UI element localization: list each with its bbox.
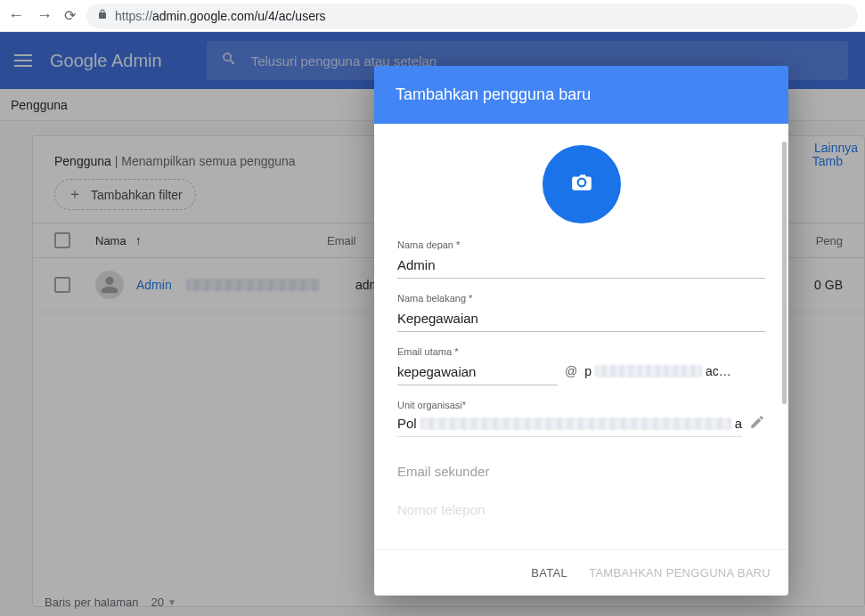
- phone-input[interactable]: [397, 498, 765, 523]
- secondary-email-input[interactable]: [397, 460, 765, 484]
- add-user-dialog: Tambahkan pengguna baru Nama depan * Nam…: [374, 66, 788, 596]
- address-bar[interactable]: https://admin.google.com/u/4/ac/users: [86, 4, 858, 28]
- cancel-button[interactable]: BATAL: [531, 566, 567, 580]
- first-name-input[interactable]: [397, 254, 765, 279]
- first-name-label: Nama depan *: [397, 239, 765, 250]
- org-unit-value: Pol a: [397, 416, 742, 437]
- forward-button[interactable]: →: [36, 6, 53, 25]
- redacted-text: [420, 417, 731, 430]
- edit-org-button[interactable]: [749, 414, 765, 437]
- last-name-input[interactable]: [397, 307, 765, 332]
- back-button[interactable]: ←: [7, 6, 25, 25]
- dialog-title: Tambahkan pengguna baru: [374, 66, 788, 124]
- upload-photo-button[interactable]: [543, 145, 621, 223]
- email-domain-select[interactable]: p ac…: [584, 364, 765, 385]
- lock-icon: [97, 9, 108, 22]
- dialog-footer: BATAL TAMBAHKAN PENGGUNA BARU: [374, 549, 788, 596]
- submit-button[interactable]: TAMBAHKAN PENGGUNA BARU: [589, 566, 771, 580]
- org-unit-label: Unit organisasi*: [397, 400, 765, 410]
- at-symbol: @: [565, 364, 577, 385]
- redacted-text: [595, 365, 702, 377]
- scrollbar[interactable]: [782, 142, 787, 404]
- primary-email-input[interactable]: [397, 361, 558, 385]
- camera-icon: [570, 171, 593, 198]
- reload-button[interactable]: ⟳: [64, 7, 76, 24]
- primary-email-label: Email utama *: [397, 346, 765, 357]
- browser-toolbar: ← → ⟳ https://admin.google.com/u/4/ac/us…: [0, 0, 865, 32]
- url-text: https://admin.google.com/u/4/ac/users: [115, 9, 326, 23]
- last-name-label: Nama belakang *: [397, 293, 765, 304]
